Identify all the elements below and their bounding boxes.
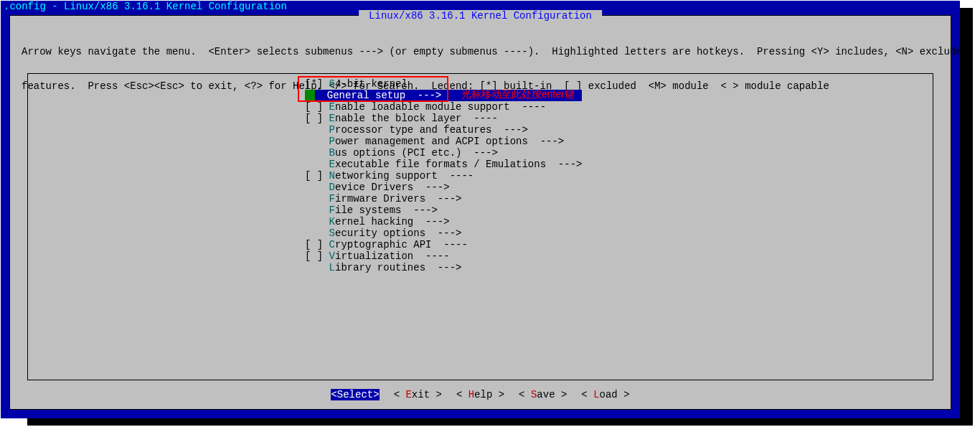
menu-item-label: [ ] Cryptographic API ----: [305, 239, 468, 250]
dialog-button[interactable]: < Help >: [456, 389, 504, 400]
menu-item-label: Library routines --->: [305, 262, 461, 273]
menu-item[interactable]: [ ] Networking support ----: [305, 170, 582, 182]
menu-item[interactable]: [ ] Cryptographic API ----: [305, 239, 582, 250]
menu-item-label: Device Drivers --->: [305, 182, 450, 193]
window-frame: .config - Linux/x86 3.16.1 Kernel Config…: [1, 1, 960, 418]
menu-item[interactable]: Kernel hacking --->: [305, 216, 582, 227]
dialog-title: Linux/x86 3.16.1 Kernel Configuration: [359, 10, 603, 22]
menu-item-label: [ ] Virtualization ----: [305, 250, 450, 262]
menu-item-label: Processor type and features --->: [305, 124, 528, 136]
menu-item-label: Security options --->: [305, 227, 461, 239]
menu-item[interactable]: Bus options (PCI etc.) --->: [305, 147, 582, 159]
menu-item[interactable]: [ ] Enable the block layer ----: [305, 113, 582, 124]
menu-item[interactable]: File systems --->: [305, 205, 582, 216]
help-line-1: Arrow keys navigate the menu. <Enter> se…: [22, 46, 939, 57]
selection-marker: [305, 90, 315, 101]
menu-item[interactable]: Power management and ACPI options --->: [305, 136, 582, 147]
menu-item-label: [ ] Enable the block layer ----: [305, 113, 498, 124]
dialog-button[interactable]: <Select>: [331, 389, 379, 400]
menu-item-label: Power management and ACPI options --->: [305, 136, 564, 147]
dialog-button[interactable]: < Exit >: [394, 389, 442, 400]
menu-item[interactable]: [ ] Virtualization ----: [305, 250, 582, 262]
menu-item-label: Kernel hacking --->: [305, 216, 450, 227]
menu-item-label: Executable file formats / Emulations ---…: [305, 159, 582, 170]
menu-list[interactable]: [*] 64-bit kernel General setup --->[ ] …: [305, 78, 582, 273]
menu-item[interactable]: [ ] Enable loadable module support ----: [305, 101, 582, 113]
annotation-label: 光标移动至此处按enter键: [461, 88, 575, 100]
dialog-panel: Linux/x86 3.16.1 Kernel Configuration Ar…: [9, 15, 951, 410]
menu-item-label: [ ] Networking support ----: [305, 170, 473, 182]
menu-item-label: Bus options (PCI etc.) --->: [305, 147, 498, 159]
dialog-button[interactable]: < Save >: [519, 389, 567, 400]
menu-item[interactable]: Library routines --->: [305, 262, 582, 273]
menu-item-label: General setup --->: [315, 90, 441, 101]
menu-item-label: [*] 64-bit kernel: [305, 78, 407, 90]
menu-item[interactable]: Device Drivers --->: [305, 182, 582, 193]
menu-item[interactable]: Processor type and features --->: [305, 124, 582, 136]
menu-item[interactable]: Executable file formats / Emulations ---…: [305, 159, 582, 170]
dialog-button[interactable]: < Load >: [581, 389, 629, 400]
menu-item[interactable]: Security options --->: [305, 227, 582, 239]
menu-list-frame: [*] 64-bit kernel General setup --->[ ] …: [27, 73, 933, 380]
menu-item[interactable]: Firmware Drivers --->: [305, 193, 582, 205]
menu-item-label: Firmware Drivers --->: [305, 193, 461, 205]
menu-item-label: File systems --->: [305, 205, 438, 216]
button-bar: <Select>< Exit >< Help >< Save >< Load >: [10, 389, 951, 400]
menu-item-label: [ ] Enable loadable module support ----: [305, 101, 546, 113]
